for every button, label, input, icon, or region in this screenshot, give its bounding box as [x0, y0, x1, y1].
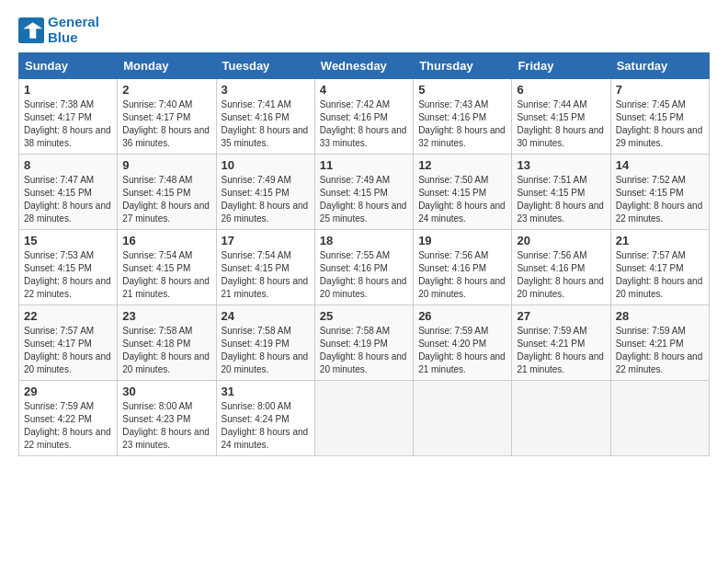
calendar-table: SundayMondayTuesdayWednesdayThursdayFrid…	[18, 52, 710, 456]
day-number: 27	[517, 309, 605, 323]
calendar-cell: 3Sunrise: 7:41 AMSunset: 4:16 PMDaylight…	[216, 79, 314, 155]
calendar-week-row: 22Sunrise: 7:57 AMSunset: 4:17 PMDayligh…	[19, 305, 710, 381]
day-number: 12	[418, 158, 506, 172]
calendar-cell: 7Sunrise: 7:45 AMSunset: 4:15 PMDaylight…	[610, 79, 709, 155]
header-day-wednesday: Wednesday	[314, 53, 413, 79]
day-number: 3	[222, 83, 310, 97]
calendar-cell	[414, 381, 512, 456]
calendar-cell: 31Sunrise: 8:00 AMSunset: 4:24 PMDayligh…	[216, 381, 314, 456]
day-number: 15	[24, 234, 112, 247]
calendar-cell: 19Sunrise: 7:56 AMSunset: 4:16 PMDayligh…	[414, 230, 512, 305]
day-number: 5	[418, 83, 506, 97]
day-number: 26	[418, 309, 506, 323]
calendar-header-row: SundayMondayTuesdayWednesdayThursdayFrid…	[19, 53, 710, 79]
calendar-cell: 6Sunrise: 7:44 AMSunset: 4:15 PMDaylight…	[512, 79, 610, 155]
day-number: 24	[222, 309, 310, 323]
day-number: 19	[418, 234, 506, 247]
day-info: Sunrise: 7:38 AMSunset: 4:17 PMDaylight:…	[24, 98, 112, 150]
day-number: 8	[24, 158, 112, 172]
calendar-cell: 22Sunrise: 7:57 AMSunset: 4:17 PMDayligh…	[19, 305, 118, 381]
calendar-cell: 9Sunrise: 7:48 AMSunset: 4:15 PMDaylight…	[118, 155, 216, 230]
calendar-cell: 23Sunrise: 7:58 AMSunset: 4:18 PMDayligh…	[118, 305, 216, 381]
calendar-cell: 13Sunrise: 7:51 AMSunset: 4:15 PMDayligh…	[512, 155, 610, 230]
day-info: Sunrise: 7:51 AMSunset: 4:15 PMDaylight:…	[517, 174, 605, 225]
calendar-cell: 5Sunrise: 7:43 AMSunset: 4:16 PMDaylight…	[414, 79, 512, 155]
day-number: 6	[517, 83, 605, 97]
day-number: 30	[122, 385, 210, 398]
calendar-cell: 16Sunrise: 7:54 AMSunset: 4:15 PMDayligh…	[118, 230, 216, 305]
calendar-cell: 25Sunrise: 7:58 AMSunset: 4:19 PMDayligh…	[314, 305, 413, 381]
calendar-cell: 30Sunrise: 8:00 AMSunset: 4:23 PMDayligh…	[118, 381, 216, 456]
logo-icon	[18, 17, 44, 43]
day-number: 4	[320, 83, 408, 97]
calendar-week-row: 1Sunrise: 7:38 AMSunset: 4:17 PMDaylight…	[19, 79, 710, 155]
header-day-thursday: Thursday	[414, 53, 512, 79]
day-number: 9	[122, 158, 210, 172]
calendar-week-row: 29Sunrise: 7:59 AMSunset: 4:22 PMDayligh…	[19, 381, 710, 456]
day-info: Sunrise: 7:56 AMSunset: 4:16 PMDaylight:…	[418, 249, 506, 301]
day-number: 14	[616, 158, 704, 172]
header-day-monday: Monday	[118, 53, 216, 79]
day-number: 2	[122, 83, 210, 97]
day-number: 21	[616, 234, 704, 247]
day-info: Sunrise: 7:59 AMSunset: 4:22 PMDaylight:…	[24, 400, 112, 452]
day-info: Sunrise: 7:54 AMSunset: 4:15 PMDaylight:…	[122, 249, 210, 301]
day-number: 20	[517, 234, 605, 247]
logo-text: General Blue	[48, 15, 99, 45]
day-info: Sunrise: 7:49 AMSunset: 4:15 PMDaylight:…	[320, 174, 408, 225]
day-info: Sunrise: 7:57 AMSunset: 4:17 PMDaylight:…	[616, 249, 704, 301]
day-info: Sunrise: 7:41 AMSunset: 4:16 PMDaylight:…	[222, 98, 310, 150]
day-number: 22	[24, 309, 112, 323]
day-info: Sunrise: 7:47 AMSunset: 4:15 PMDaylight:…	[24, 174, 112, 225]
calendar-cell: 2Sunrise: 7:40 AMSunset: 4:17 PMDaylight…	[118, 79, 216, 155]
calendar-cell: 17Sunrise: 7:54 AMSunset: 4:15 PMDayligh…	[216, 230, 314, 305]
day-number: 11	[320, 158, 408, 172]
day-info: Sunrise: 7:56 AMSunset: 4:16 PMDaylight:…	[517, 249, 605, 301]
calendar-cell: 8Sunrise: 7:47 AMSunset: 4:15 PMDaylight…	[19, 155, 118, 230]
day-number: 29	[24, 385, 112, 398]
day-info: Sunrise: 7:58 AMSunset: 4:18 PMDaylight:…	[122, 325, 210, 376]
day-info: Sunrise: 7:55 AMSunset: 4:16 PMDaylight:…	[320, 249, 408, 301]
day-info: Sunrise: 7:57 AMSunset: 4:17 PMDaylight:…	[24, 325, 112, 376]
calendar-week-row: 15Sunrise: 7:53 AMSunset: 4:15 PMDayligh…	[19, 230, 710, 305]
day-info: Sunrise: 7:52 AMSunset: 4:15 PMDaylight:…	[616, 174, 704, 225]
calendar-cell: 18Sunrise: 7:55 AMSunset: 4:16 PMDayligh…	[314, 230, 413, 305]
calendar-cell: 1Sunrise: 7:38 AMSunset: 4:17 PMDaylight…	[19, 79, 118, 155]
day-number: 7	[616, 83, 704, 97]
header-day-friday: Friday	[512, 53, 610, 79]
day-info: Sunrise: 8:00 AMSunset: 4:24 PMDaylight:…	[222, 400, 310, 452]
calendar-cell	[610, 381, 709, 456]
page-header: General Blue	[18, 15, 710, 45]
page-container: General Blue SundayMondayTuesdayWednesda…	[18, 15, 710, 456]
day-info: Sunrise: 7:53 AMSunset: 4:15 PMDaylight:…	[24, 249, 112, 301]
day-info: Sunrise: 8:00 AMSunset: 4:23 PMDaylight:…	[122, 400, 210, 452]
day-info: Sunrise: 7:42 AMSunset: 4:16 PMDaylight:…	[320, 98, 408, 150]
calendar-cell: 27Sunrise: 7:59 AMSunset: 4:21 PMDayligh…	[512, 305, 610, 381]
day-number: 31	[222, 385, 310, 398]
day-info: Sunrise: 7:48 AMSunset: 4:15 PMDaylight:…	[122, 174, 210, 225]
calendar-cell: 12Sunrise: 7:50 AMSunset: 4:15 PMDayligh…	[414, 155, 512, 230]
day-number: 23	[122, 309, 210, 323]
day-number: 16	[122, 234, 210, 247]
calendar-cell: 28Sunrise: 7:59 AMSunset: 4:21 PMDayligh…	[610, 305, 709, 381]
calendar-cell: 21Sunrise: 7:57 AMSunset: 4:17 PMDayligh…	[610, 230, 709, 305]
day-info: Sunrise: 7:50 AMSunset: 4:15 PMDaylight:…	[418, 174, 506, 225]
calendar-cell: 10Sunrise: 7:49 AMSunset: 4:15 PMDayligh…	[216, 155, 314, 230]
calendar-cell: 24Sunrise: 7:58 AMSunset: 4:19 PMDayligh…	[216, 305, 314, 381]
header-day-tuesday: Tuesday	[216, 53, 314, 79]
calendar-cell: 26Sunrise: 7:59 AMSunset: 4:20 PMDayligh…	[414, 305, 512, 381]
day-info: Sunrise: 7:58 AMSunset: 4:19 PMDaylight:…	[222, 325, 310, 376]
day-info: Sunrise: 7:45 AMSunset: 4:15 PMDaylight:…	[616, 98, 704, 150]
day-info: Sunrise: 7:49 AMSunset: 4:15 PMDaylight:…	[222, 174, 310, 225]
day-info: Sunrise: 7:59 AMSunset: 4:20 PMDaylight:…	[418, 325, 506, 376]
calendar-week-row: 8Sunrise: 7:47 AMSunset: 4:15 PMDaylight…	[19, 155, 710, 230]
day-number: 10	[222, 158, 310, 172]
day-info: Sunrise: 7:59 AMSunset: 4:21 PMDaylight:…	[616, 325, 704, 376]
calendar-cell: 20Sunrise: 7:56 AMSunset: 4:16 PMDayligh…	[512, 230, 610, 305]
calendar-cell: 14Sunrise: 7:52 AMSunset: 4:15 PMDayligh…	[610, 155, 709, 230]
day-info: Sunrise: 7:59 AMSunset: 4:21 PMDaylight:…	[517, 325, 605, 376]
day-number: 1	[24, 83, 112, 97]
calendar-cell: 4Sunrise: 7:42 AMSunset: 4:16 PMDaylight…	[314, 79, 413, 155]
day-info: Sunrise: 7:44 AMSunset: 4:15 PMDaylight:…	[517, 98, 605, 150]
day-info: Sunrise: 7:40 AMSunset: 4:17 PMDaylight:…	[122, 98, 210, 150]
